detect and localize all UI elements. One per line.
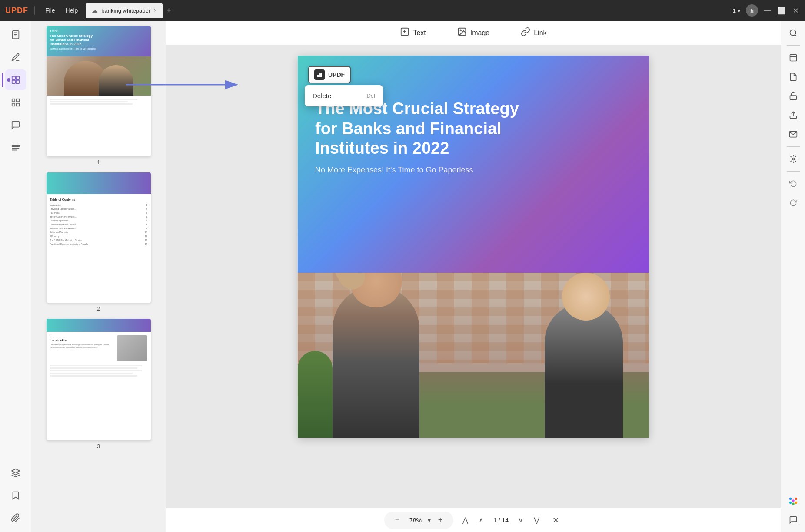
menu-help[interactable]: Help: [61, 5, 83, 16]
cloud-icon: ☁: [92, 7, 98, 14]
svg-point-24: [790, 30, 795, 36]
toolbar-image[interactable]: Image: [449, 23, 498, 42]
delete-menu-item[interactable]: Delete Del: [305, 88, 383, 104]
nav-first-button[interactable]: ⋀: [459, 513, 472, 527]
toc-line-9: Efficiency11: [50, 235, 147, 238]
thumb-p1-image: [47, 56, 151, 96]
nav-last-button[interactable]: ⋁: [529, 513, 543, 527]
svg-rect-12: [12, 145, 19, 147]
svg-marker-15: [11, 469, 19, 473]
nav-prev-button[interactable]: ∧: [474, 513, 488, 527]
left-sidebar: [0, 21, 31, 532]
thumb-intro-text: The contemporary business technology env…: [50, 344, 114, 348]
updf-badge-text: UPDF: [328, 71, 345, 78]
user-avatar[interactable]: h: [746, 4, 758, 17]
svg-rect-5: [16, 76, 19, 79]
thumb-intro-title: Introduction: [50, 339, 114, 342]
titlebar-right: 1 ▾ h — ⬜ ✕: [733, 4, 800, 17]
svg-line-25: [795, 35, 796, 36]
thumb-p3-left: 01 Introduction The contemporary busines…: [50, 335, 114, 361]
updf-badge: UPDF: [308, 66, 351, 83]
toc-line-6: Financial Business Results8: [50, 223, 147, 226]
svg-rect-7: [16, 80, 19, 83]
link-label: Link: [534, 29, 546, 37]
image-label: Image: [470, 29, 489, 37]
thumb-p1-bottom: [47, 96, 151, 156]
scanner-right-icon[interactable]: [785, 49, 802, 66]
tab-title: banking whitepaper: [101, 7, 150, 14]
zoom-value: 78%: [407, 517, 424, 524]
svg-rect-23: [321, 73, 322, 77]
bottom-close-button[interactable]: ✕: [549, 513, 562, 527]
email-right-icon[interactable]: [785, 126, 802, 143]
lock-right-icon[interactable]: [785, 87, 802, 105]
sidebar-item-layers[interactable]: [5, 463, 26, 483]
document-page: UPDF Delete Del: [298, 56, 649, 438]
document-main-title: The Most Crucial Strategy for Banks and …: [315, 99, 632, 159]
right-sidebar: [781, 21, 805, 532]
extract-right-icon[interactable]: [785, 68, 802, 86]
redo-button[interactable]: [785, 194, 802, 211]
thumb-label-3: 3: [97, 443, 100, 449]
thumbnail-2[interactable]: Table of Contents Introduction3 Providin…: [37, 172, 160, 312]
thumb-p3-image: [117, 335, 147, 361]
svg-point-35: [795, 502, 797, 504]
search-right-icon[interactable]: [785, 24, 802, 42]
thumbnail-3[interactable]: 01 Introduction The contemporary busines…: [37, 319, 160, 449]
toolbar-link[interactable]: Link: [512, 23, 555, 42]
window-controls: — ⬜ ✕: [763, 6, 800, 15]
toolbar-text[interactable]: Text: [391, 23, 434, 42]
sidebar-item-document[interactable]: [5, 24, 26, 45]
zoom-out-button[interactable]: −: [391, 514, 403, 526]
sidebar-item-comment[interactable]: [5, 115, 26, 135]
toc-line-4: Better Customer Services...6: [50, 215, 147, 218]
thumbnail-panel: ■ UPDF The Most Crucial Strategyfor Bank…: [31, 21, 166, 532]
sidebar-item-organize[interactable]: [5, 92, 26, 113]
active-tab[interactable]: ☁ banking whitepaper ×: [86, 3, 163, 18]
thumb-page-2[interactable]: Table of Contents Introduction3 Providin…: [47, 172, 151, 303]
close-button[interactable]: ✕: [791, 6, 800, 15]
thumb-page-3[interactable]: 01 Introduction The contemporary busines…: [47, 319, 151, 440]
sidebar-item-bookmark[interactable]: [5, 485, 26, 506]
app-logo: UPDF: [5, 6, 28, 15]
svg-rect-9: [16, 99, 19, 102]
page-number: 1: [733, 7, 736, 14]
svg-point-33: [789, 498, 792, 500]
thumb-p1-header: ■ UPDF The Most Crucial Strategyfor Bank…: [47, 26, 151, 56]
sidebar-item-redact[interactable]: [5, 137, 26, 158]
page-navigator[interactable]: 1 ▾: [733, 7, 741, 14]
zoom-in-button[interactable]: +: [434, 514, 446, 526]
thumbnail-1[interactable]: ■ UPDF The Most Crucial Strategyfor Bank…: [37, 26, 160, 165]
delete-shortcut: Del: [366, 93, 375, 99]
title-divider: [34, 6, 35, 15]
maximize-button[interactable]: ⬜: [777, 6, 786, 15]
snapshot-right-icon[interactable]: [785, 150, 802, 168]
tab-close-button[interactable]: ×: [154, 7, 157, 13]
share-right-icon[interactable]: [785, 106, 802, 124]
sidebar-item-attach[interactable]: [5, 508, 26, 529]
sidebar-item-edit[interactable]: [5, 47, 26, 68]
thumb-page-1[interactable]: ■ UPDF The Most Crucial Strategyfor Bank…: [47, 26, 151, 156]
svg-point-31: [792, 499, 795, 502]
nav-next-button[interactable]: ∨: [514, 513, 528, 527]
minimize-button[interactable]: —: [763, 6, 772, 15]
context-menu: Delete Del: [305, 85, 383, 106]
undo-button[interactable]: [785, 175, 802, 192]
document-photo: [298, 273, 649, 438]
chat-right-icon[interactable]: [785, 511, 802, 529]
new-tab-button[interactable]: +: [166, 6, 171, 15]
thumb-label-2: 2: [97, 305, 100, 312]
thumb-p3-content: 01 Introduction The contemporary busines…: [47, 332, 151, 365]
right-divider-2: [787, 146, 800, 147]
svg-rect-28: [790, 96, 796, 99]
sidebar-item-pages[interactable]: [5, 69, 26, 90]
toc-line-1: Introduction3: [50, 204, 147, 207]
svg-rect-11: [16, 103, 19, 106]
svg-point-20: [460, 30, 461, 31]
document-subtitle: No More Expenses! It's Time to Go Paperl…: [315, 165, 632, 175]
zoom-dropdown[interactable]: ▾: [428, 517, 431, 524]
menu-file[interactable]: File: [41, 5, 60, 16]
ai-right-icon[interactable]: [785, 492, 802, 509]
top-toolbar: Text Image Link: [166, 21, 781, 45]
nav-controls: ⋀ ∧ 1 / 14 ∨ ⋁: [459, 513, 543, 527]
